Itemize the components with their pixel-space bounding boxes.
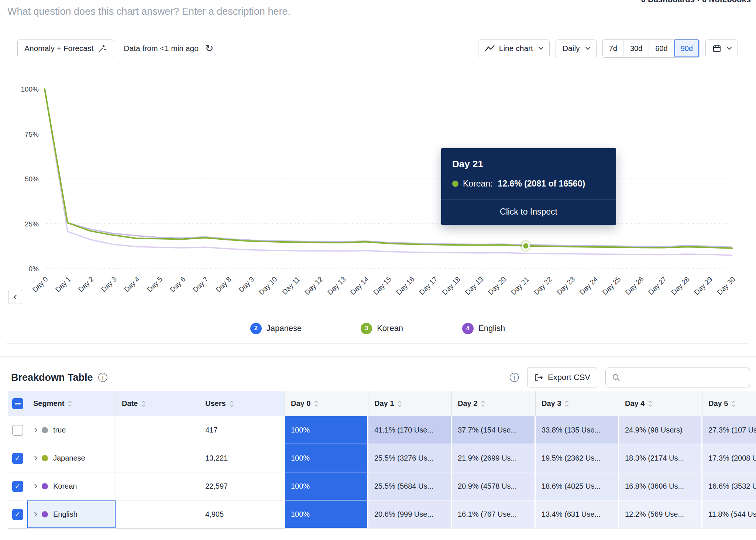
x-axis-tick-label: Day 25 — [601, 275, 622, 296]
table-search[interactable] — [605, 368, 750, 387]
select-all-checkbox[interactable] — [12, 398, 23, 409]
day-4-cell[interactable]: 24.9% (98 Users) — [619, 416, 702, 444]
legend-item-japanese[interactable]: 2Japanese — [250, 323, 302, 334]
chart-tooltip[interactable]: Day 21 Korean: 12.6% (2081 of 16560) Cli… — [441, 148, 616, 225]
search-input[interactable] — [625, 373, 744, 382]
column-header-day-4[interactable]: Day 4 — [619, 391, 702, 416]
chart-type-dropdown[interactable]: Line chart — [478, 40, 550, 57]
row-checkbox[interactable] — [12, 509, 23, 520]
range-button-60d[interactable]: 60d — [649, 40, 674, 57]
column-header-date[interactable]: Date — [116, 391, 199, 416]
y-axis-tick-label: 75% — [25, 130, 39, 138]
checkbox-cell — [8, 444, 27, 472]
column-header-label: Date — [122, 399, 138, 408]
breakdown-title: Breakdown Table — [11, 372, 93, 383]
tooltip-value: 12.6% (2081 of 16560) — [498, 179, 585, 189]
day-3-cell[interactable]: 33.8% (135 Use... — [536, 416, 619, 444]
series-line-english[interactable] — [45, 89, 732, 255]
interval-dropdown[interactable]: Daily — [556, 40, 597, 57]
day-2-cell[interactable]: 37.7% (154 Use... — [452, 416, 536, 444]
line-chart[interactable]: 100%75%50%25%0%Day 0Day 1Day 2Day 3Day 4… — [12, 59, 744, 318]
segment-cell[interactable]: English — [27, 500, 116, 529]
range-button-30d[interactable]: 30d — [623, 40, 649, 57]
expand-chevron-icon[interactable] — [32, 428, 37, 433]
day-0-cell[interactable]: 100% — [285, 500, 368, 529]
segment-cell[interactable]: Japanese — [27, 444, 116, 472]
info-icon[interactable]: ⓘ — [98, 373, 108, 382]
day-5-cell[interactable]: 11.8% (544 Use... — [702, 500, 756, 529]
sort-icon — [648, 400, 653, 408]
x-axis-tick-label: Day 14 — [349, 275, 370, 297]
column-header-segment[interactable]: Segment — [27, 391, 116, 416]
table-row-true: true417100%41.1% (170 Use...37.7% (154 U… — [8, 416, 756, 444]
series-line-korean[interactable] — [45, 89, 732, 248]
x-axis-tick-label: Day 26 — [624, 275, 645, 296]
chart-plot-area[interactable]: 100%75%50%25%0%Day 0Day 1Day 2Day 3Day 4… — [6, 59, 749, 318]
x-axis-tick-label: Day 18 — [441, 275, 462, 296]
refresh-icon[interactable]: ↻ — [205, 44, 214, 54]
export-csv-button[interactable]: Export CSV — [527, 368, 597, 387]
day-1-cell[interactable]: 41.1% (170 Use... — [368, 416, 452, 444]
expand-chevron-icon[interactable] — [32, 456, 37, 461]
day-4-cell[interactable]: 12.2% (569 Use... — [619, 500, 702, 529]
chart-description-placeholder[interactable]: What question does this chart answer? En… — [7, 6, 291, 17]
day-3-cell[interactable]: 19.5% (2362 Us... — [536, 444, 619, 472]
day-5-cell[interactable]: 27.3% (107 Use... — [702, 416, 756, 444]
breakdown-section: Breakdown Table ⓘ ⓘ Export CSV Segm — [0, 356, 756, 540]
row-checkbox[interactable] — [12, 481, 23, 492]
day-4-cell[interactable]: 18.3% (2174 Us... — [619, 444, 702, 472]
sort-icon — [229, 400, 234, 408]
day-4-cell[interactable]: 16.8% (3606 Us... — [619, 472, 702, 500]
segment-label: Korean — [53, 482, 77, 491]
day-5-cell[interactable]: 16.6% (3532 Us... — [702, 472, 756, 500]
legend-item-english[interactable]: 4English — [462, 323, 505, 334]
range-button-90d[interactable]: 90d — [674, 40, 699, 57]
legend-label: English — [478, 324, 505, 333]
day-3-cell[interactable]: 13.4% (631 Use... — [536, 500, 619, 529]
legend-item-korean[interactable]: 3Korean — [361, 323, 403, 334]
sort-icon — [397, 400, 402, 408]
info-icon[interactable]: ⓘ — [509, 373, 519, 382]
highlighted-point[interactable] — [522, 243, 529, 249]
day-2-cell[interactable]: 20.9% (4578 Us... — [452, 472, 536, 500]
day-1-cell[interactable]: 25.5% (5684 Us... — [368, 472, 452, 500]
anomaly-forecast-button[interactable]: Anomaly + Forecast — [17, 40, 114, 57]
day-1-cell[interactable]: 25.5% (3276 Us... — [368, 444, 452, 472]
day-0-cell[interactable]: 100% — [285, 444, 368, 472]
chevron-down-icon — [539, 45, 543, 50]
chevron-left-icon — [14, 295, 18, 300]
collapse-panel-button[interactable] — [8, 290, 22, 304]
date-range-picker[interactable] — [705, 40, 738, 57]
day-1-cell[interactable]: 20.6% (999 Use... — [368, 500, 452, 529]
day-3-cell[interactable]: 18.6% (4025 Us... — [536, 472, 619, 500]
dashboards-notebooks-count[interactable]: 0 Dashboards • 0 Notebooks — [641, 0, 751, 4]
day-2-cell[interactable]: 21.9% (2699 Us... — [452, 444, 536, 472]
column-header-day-2[interactable]: Day 2 — [452, 391, 536, 416]
column-header-day-1[interactable]: Day 1 — [368, 391, 452, 416]
day-5-cell[interactable]: 17.3% (2008 Us... — [702, 444, 756, 472]
segment-cell[interactable]: true — [27, 416, 116, 444]
tooltip-click-to-inspect[interactable]: Click to Inspect — [452, 199, 605, 225]
users-cell: 22,597 — [199, 472, 285, 500]
column-header-day-3[interactable]: Day 3 — [536, 391, 619, 416]
sort-icon — [141, 400, 146, 408]
row-checkbox[interactable] — [12, 453, 23, 464]
data-freshness: Data from <1 min ago ↻ — [124, 44, 213, 54]
series-line-japanese[interactable] — [45, 89, 732, 247]
x-axis-tick-label: Day 12 — [303, 275, 324, 296]
segment-cell[interactable]: Korean — [27, 472, 116, 500]
day-2-cell[interactable]: 16.1% (767 Use... — [452, 500, 536, 529]
column-header-day-5[interactable]: Day 5 — [702, 391, 756, 416]
day-0-cell[interactable]: 100% — [285, 472, 368, 500]
chart-type-label: Line chart — [499, 44, 533, 53]
range-group: 7d30d60d90d — [602, 39, 700, 58]
row-checkbox[interactable] — [12, 425, 23, 436]
column-header-day-0[interactable]: Day 0 — [285, 391, 368, 416]
table-row-english: English4,905100%20.6% (999 Use...16.1% (… — [8, 500, 756, 529]
checkbox-cell — [8, 472, 27, 500]
column-header-users[interactable]: Users — [199, 391, 285, 416]
day-0-cell[interactable]: 100% — [285, 416, 368, 444]
range-button-7d[interactable]: 7d — [603, 40, 623, 57]
expand-chevron-icon[interactable] — [32, 512, 37, 517]
expand-chevron-icon[interactable] — [32, 484, 37, 489]
